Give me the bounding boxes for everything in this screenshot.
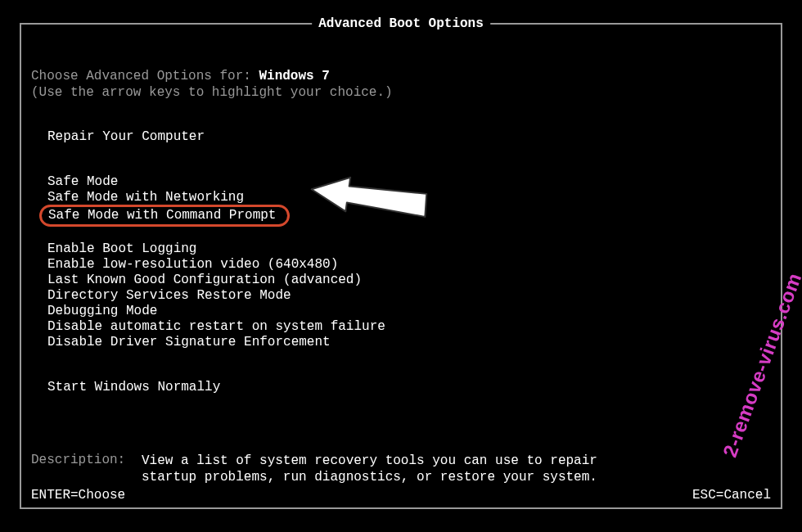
hint-line: (Use the arrow keys to highlight your ch… [31, 85, 771, 100]
callout-arrow-icon [303, 173, 434, 222]
start-section: Start Windows Normally [31, 379, 771, 395]
menu-low-res[interactable]: Enable low-resolution video (640x480) [47, 256, 771, 273]
menu-disable-restart[interactable]: Disable automatic restart on system fail… [47, 318, 771, 335]
description-box: Description: View a list of system recov… [31, 453, 771, 485]
page-title: Advanced Boot Options [312, 16, 490, 31]
description-label: Description: [31, 453, 142, 485]
menu-debugging[interactable]: Debugging Mode [47, 303, 771, 319]
menu-last-known-good[interactable]: Last Known Good Configuration (advanced) [47, 272, 771, 288]
menu-boot-logging[interactable]: Enable Boot Logging [47, 241, 771, 257]
os-name: Windows 7 [259, 69, 329, 83]
choose-prefix: Choose Advanced Options for: [31, 69, 259, 83]
footer-enter: ENTER=Choose [31, 488, 125, 503]
highlighted-option: Safe Mode with Command Prompt [39, 205, 290, 227]
menu-start-normally[interactable]: Start Windows Normally [47, 379, 771, 395]
advanced-section: Enable Boot Logging Enable low-resolutio… [31, 241, 771, 350]
menu-repair[interactable]: Repair Your Computer [47, 128, 771, 145]
menu-disable-driver-sig[interactable]: Disable Driver Signature Enforcement [47, 334, 771, 350]
boot-options-frame: Advanced Boot Options Choose Advanced Op… [20, 23, 782, 509]
content-area: Choose Advanced Options for: Windows 7 (… [21, 25, 781, 498]
footer-esc: ESC=Cancel [692, 488, 771, 503]
choose-line: Choose Advanced Options for: Windows 7 [31, 69, 771, 83]
menu-ds-restore[interactable]: Directory Services Restore Mode [47, 287, 771, 304]
description-text: View a list of system recovery tools you… [142, 453, 600, 485]
footer-line: ENTER=Choose ESC=Cancel [31, 488, 771, 503]
repair-section: Repair Your Computer [31, 128, 771, 145]
